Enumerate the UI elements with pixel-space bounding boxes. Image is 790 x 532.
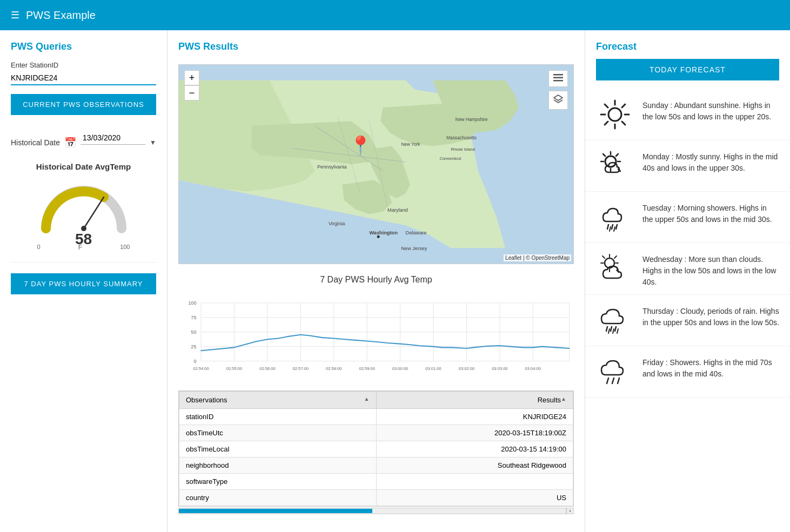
historical-date-label: Historical Date bbox=[11, 138, 60, 147]
svg-rect-19 bbox=[553, 74, 563, 76]
svg-line-75 bbox=[610, 227, 611, 231]
svg-line-87 bbox=[615, 327, 616, 331]
forecast-weather-icon bbox=[596, 147, 634, 185]
summary-button[interactable]: 7 DAY PWS HOURLY SUMMARY bbox=[11, 273, 156, 294]
forecast-title: Forecast bbox=[585, 30, 790, 59]
table-row: countryUS bbox=[179, 490, 573, 506]
hscroll-right-btn[interactable]: › bbox=[566, 508, 574, 514]
result-cell: US bbox=[376, 490, 573, 506]
svg-line-0 bbox=[84, 197, 104, 228]
svg-line-71 bbox=[616, 154, 618, 156]
svg-text:02:57:00: 02:57:00 bbox=[293, 366, 309, 371]
layers-icon bbox=[553, 74, 563, 82]
result-cell bbox=[376, 474, 573, 490]
table-row: stationIDKNJRIDGE24 bbox=[179, 409, 573, 425]
obs-cell: softwareType bbox=[179, 474, 377, 490]
observations-table: Observations ▲ Results ▲ stationIDKNJRID… bbox=[179, 391, 573, 506]
gauge-section: Historical Date AvgTemp 58 bbox=[11, 162, 156, 251]
table-row: softwareType bbox=[179, 474, 573, 490]
forecast-today-header: TODAY FORECAST bbox=[596, 59, 779, 80]
gauge-title: Historical Date AvgTemp bbox=[11, 162, 156, 171]
sidebar-divider bbox=[11, 262, 156, 262]
forecast-item: Tuesday : Morning showers. Highs in the … bbox=[585, 192, 790, 243]
station-id-input[interactable] bbox=[11, 71, 156, 85]
forecast-weather-icon bbox=[596, 301, 634, 339]
col-results[interactable]: Results ▲ bbox=[376, 392, 573, 409]
forecast-item-text: Sunday : Abundant sunshine. Highs in the… bbox=[642, 96, 779, 123]
calendar-icon[interactable]: 📅 bbox=[64, 137, 76, 149]
svg-line-86 bbox=[611, 327, 612, 331]
svg-text:Delaware: Delaware bbox=[406, 230, 427, 235]
svg-text:03:02:00: 03:02:00 bbox=[459, 366, 474, 371]
table-header: Observations ▲ Results ▲ bbox=[179, 392, 573, 409]
chart-title: 7 Day PWS Hourly Avg Temp bbox=[178, 275, 574, 285]
obs-cell: obsTimeUtc bbox=[179, 425, 377, 441]
svg-text:50: 50 bbox=[191, 329, 196, 335]
map-container[interactable]: Pennsylvania New Jersey Maryland Delawar… bbox=[178, 64, 574, 264]
forecast-weather-icon bbox=[596, 353, 634, 390]
svg-rect-21 bbox=[553, 80, 563, 82]
obs-cell: country bbox=[179, 490, 377, 506]
svg-text:New York: New York bbox=[401, 142, 420, 147]
svg-point-64 bbox=[605, 156, 616, 167]
current-obs-button[interactable]: CURRENT PWS OBSERVATIONS bbox=[11, 94, 156, 115]
app-title: PWS Example bbox=[26, 9, 96, 22]
svg-text:02:58:00: 02:58:00 bbox=[326, 366, 342, 371]
svg-line-62 bbox=[622, 104, 625, 107]
forecast-item-text: Friday : Showers. Highs in the mid 70s a… bbox=[642, 353, 779, 380]
svg-text:Connecticut: Connecticut bbox=[439, 156, 461, 161]
col-observations[interactable]: Observations ▲ bbox=[179, 392, 377, 409]
svg-rect-20 bbox=[553, 77, 563, 79]
forecast-item: Thursday : Cloudy, periods of rain. High… bbox=[585, 295, 790, 346]
gauge-max-label: 100 bbox=[120, 244, 130, 251]
svg-line-73 bbox=[612, 225, 613, 229]
svg-line-92 bbox=[612, 378, 614, 383]
obs-cell: neighborhood bbox=[179, 457, 377, 474]
svg-text:Washington: Washington bbox=[369, 230, 398, 235]
svg-text:02:55:00: 02:55:00 bbox=[226, 366, 242, 371]
forecast-weather-icon bbox=[596, 198, 634, 236]
svg-line-61 bbox=[622, 122, 625, 125]
svg-text:100: 100 bbox=[188, 300, 196, 306]
map-controls: + − bbox=[184, 70, 199, 100]
table-section: Observations ▲ Results ▲ stationIDKNJRID… bbox=[168, 390, 585, 525]
svg-line-60 bbox=[605, 104, 608, 107]
svg-text:03:00:00: 03:00:00 bbox=[392, 366, 408, 371]
svg-text:02:56:00: 02:56:00 bbox=[259, 366, 275, 371]
svg-line-76 bbox=[614, 227, 615, 231]
forecast-item-text: Tuesday : Morning showers. Highs in the … bbox=[642, 198, 779, 225]
svg-text:Pennsylvania: Pennsylvania bbox=[317, 164, 347, 170]
sort-observations-icon: ▲ bbox=[364, 396, 370, 402]
result-cell: Southeast Ridgewood bbox=[376, 457, 573, 474]
svg-line-74 bbox=[616, 225, 617, 229]
zoom-in-button[interactable]: + bbox=[184, 70, 199, 85]
date-picker-row: Historical Date 📅 ▼ bbox=[11, 131, 156, 153]
svg-text:Maryland: Maryland bbox=[387, 207, 408, 213]
table-hscroll[interactable]: › bbox=[178, 508, 574, 514]
sidebar: PWS Queries Enter StationID CURRENT PWS … bbox=[0, 30, 168, 532]
forecast-item: Monday : Mostly sunny. Highs in the mid … bbox=[585, 140, 790, 192]
table-row: obsTimeLocal2020-03-15 14:19:00 bbox=[179, 441, 573, 457]
sidebar-title: PWS Queries bbox=[11, 41, 156, 52]
map-layers-button[interactable] bbox=[548, 70, 568, 87]
layer-stack-icon bbox=[553, 95, 563, 104]
svg-point-18 bbox=[377, 235, 380, 238]
svg-line-72 bbox=[607, 225, 608, 229]
gauge-svg bbox=[35, 180, 132, 234]
gauge-unit-label: F bbox=[78, 244, 82, 251]
date-dropdown-icon[interactable]: ▼ bbox=[150, 139, 156, 146]
zoom-out-button[interactable]: − bbox=[184, 85, 199, 100]
table-body: stationIDKNJRIDGE24obsTimeUtc2020-03-15T… bbox=[179, 409, 573, 506]
svg-line-93 bbox=[618, 378, 619, 383]
forecast-items: Sunday : Abundant sunshine. Highs in the… bbox=[585, 89, 790, 398]
menu-icon[interactable]: ☰ bbox=[11, 9, 19, 21]
map-layer-stack-button[interactable] bbox=[548, 91, 568, 110]
forecast-item-text: Wednesday : More sun than clouds. Highs … bbox=[642, 250, 779, 288]
gauge-value: 58 bbox=[75, 231, 92, 247]
map-svg: Pennsylvania New Jersey Maryland Delawar… bbox=[179, 65, 573, 264]
table-row: neighborhoodSoutheast Ridgewood bbox=[179, 457, 573, 474]
historical-date-input[interactable] bbox=[81, 131, 145, 145]
observations-table-wrapper: Observations ▲ Results ▲ stationIDKNJRID… bbox=[178, 390, 574, 507]
obs-cell: stationID bbox=[179, 409, 377, 425]
forecast-panel: Forecast TODAY FORECAST Sunday : Abundan… bbox=[585, 30, 790, 532]
